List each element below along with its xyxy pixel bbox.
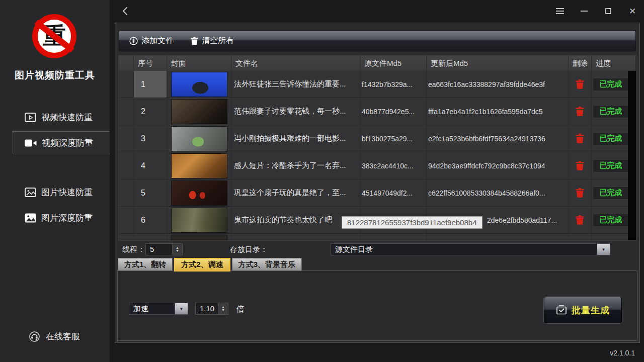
- sidebar-item-label: 视频深度防重: [42, 137, 93, 149]
- row-index-cell: 2: [134, 98, 167, 125]
- table-body: 1法外狂徒张三告诉你懂法的重要...f1432b7b329a...ea663fc…: [119, 71, 636, 241]
- delete-cell: [569, 234, 592, 241]
- online-support-link[interactable]: 在线客服: [0, 329, 110, 344]
- video-thumbnail: [171, 99, 227, 124]
- window-close-button[interactable]: ✕: [627, 6, 638, 16]
- sidebar-item-video-fast[interactable]: 视频快速防重: [0, 106, 110, 129]
- row-spacer-cell: [119, 125, 134, 152]
- speed-mode-dropdown[interactable]: 加速 ▼: [129, 303, 188, 315]
- row-spacer-cell: [119, 207, 134, 233]
- delete-cell: [569, 207, 592, 233]
- filename-cell: 法外狂徒张三告诉你懂法的重要...: [231, 71, 360, 98]
- row-spacer-cell: [119, 152, 134, 179]
- column-header-index: 序号: [134, 56, 167, 71]
- delete-row-button[interactable]: [576, 161, 584, 170]
- batch-generate-button[interactable]: 批量生成: [544, 297, 622, 323]
- sidebar-item-label: 图片快速防重: [41, 187, 93, 198]
- delete-row-button[interactable]: [576, 79, 584, 89]
- speed-mode-value: 加速: [129, 303, 175, 314]
- delete-row-button[interactable]: [576, 215, 584, 225]
- video-thumbnail: [171, 208, 227, 233]
- window-minimize-button[interactable]: [579, 6, 590, 16]
- tab-method-2-speed[interactable]: 方式2、调速: [174, 258, 230, 272]
- spinner-arrows[interactable]: ▲ ▼: [172, 244, 182, 255]
- column-header-delete: 删除: [569, 56, 592, 71]
- column-header-spacer: [119, 56, 134, 71]
- output-dir-value: 源文件目录: [331, 244, 597, 255]
- status-badge: 已完成: [593, 105, 629, 118]
- filename-cell: 巩皇这个扇子玩的真是绝了，至...: [231, 179, 360, 206]
- spinner-down-icon[interactable]: ▼: [221, 309, 225, 312]
- md5-original-cell: [360, 234, 427, 241]
- sidebar-item-image-deep[interactable]: 图片深度防重: [0, 206, 110, 229]
- headset-icon: [29, 331, 40, 342]
- trash-icon: [191, 37, 198, 45]
- inbox-check-icon: [556, 305, 567, 315]
- clear-all-button[interactable]: 清空所有: [188, 31, 237, 51]
- table-row: 1法外狂徒张三告诉你懂法的重要...f1432b7b329a...ea663fc…: [119, 71, 636, 98]
- delete-cell: [569, 152, 592, 179]
- table-scrollbar[interactable]: [628, 71, 636, 240]
- plus-circle-icon: [129, 37, 138, 45]
- md5-updated-cell: ea663fc16ac33388297af39fdde46e3f: [427, 71, 569, 98]
- column-header-cover: 封面: [167, 56, 231, 71]
- method-tabs: 方式1、翻转 方式2、调速 方式3、背景音乐: [118, 258, 302, 272]
- tab-method-1-flip[interactable]: 方式1、翻转: [118, 258, 173, 271]
- cover-cell: [167, 152, 231, 179]
- output-dir-dropdown[interactable]: 源文件目录 ▼: [331, 243, 610, 255]
- delete-cell: [569, 179, 592, 206]
- delete-row-button[interactable]: [576, 107, 584, 116]
- maximize-icon: [605, 8, 611, 14]
- video-thumbnail: [171, 126, 227, 151]
- row-index-cell: 5: [134, 179, 167, 206]
- trash-icon: [576, 79, 584, 89]
- md5-original-cell: 40b877d942e5...: [360, 98, 427, 125]
- dropdown-arrow-icon[interactable]: ▼: [597, 244, 610, 255]
- clear-all-label: 清空所有: [202, 36, 234, 46]
- filename-cell: 冯小刚拍摄极其艰难的一部电影...: [231, 125, 360, 152]
- thread-count-spinner[interactable]: 5 ▲ ▼: [145, 243, 183, 255]
- video-camera-icon: [25, 139, 37, 147]
- tab-method-3-bgm[interactable]: 方式3、背景音乐: [232, 258, 302, 271]
- table-row: 3冯小刚拍摄极其艰难的一部电影...bf13b0275a29...e2fc1a5…: [119, 125, 636, 152]
- batch-generate-label: 批量生成: [572, 304, 610, 316]
- md5-updated-cell: fffa1a7eb4a1f2c1b1626fa595da7dc5: [427, 98, 569, 125]
- file-toolbar: 添加文件 清空所有: [119, 30, 636, 51]
- status-badge: 已完成: [593, 78, 629, 91]
- video-thumbnail: [171, 180, 227, 206]
- dropdown-arrow-icon[interactable]: ▼: [175, 303, 188, 314]
- delete-cell: [569, 71, 592, 98]
- minimize-icon: [581, 11, 588, 12]
- spinner-down-icon[interactable]: ▼: [176, 249, 179, 252]
- trash-icon: [576, 188, 584, 198]
- output-dir-label: 存放目录：: [230, 243, 268, 256]
- row-spacer-cell: [119, 71, 134, 98]
- cover-cell: [167, 207, 231, 233]
- column-header-md5-new: 更新后Md5: [427, 56, 569, 71]
- md5-original-cell: bf13b0275a29...: [360, 125, 427, 152]
- table-row: 2范伟跟妻子讨要零花钱，每一秒...40b877d942e5...fffa1a7…: [119, 98, 636, 125]
- image-filled-icon: [24, 213, 36, 223]
- delete-cell: [569, 125, 592, 152]
- sidebar-item-video-deep[interactable]: 视频深度防重: [13, 131, 110, 154]
- delete-row-button[interactable]: [576, 134, 584, 143]
- trash-icon: [576, 134, 584, 143]
- column-header-progress: 进度: [592, 56, 636, 71]
- add-files-button[interactable]: 添加文件: [126, 31, 177, 51]
- trash-icon: [576, 107, 584, 116]
- speed-multiplier-spinner[interactable]: 1.10 ▲ ▼: [195, 303, 228, 315]
- md5-updated-cell: e2fc1a523b6bfb6fdf75634a24913736: [427, 125, 569, 152]
- support-label: 在线客服: [46, 331, 80, 342]
- spinner-arrows[interactable]: ▲ ▼: [218, 303, 228, 314]
- row-index-cell: 6: [134, 207, 167, 233]
- thread-label: 线程：: [122, 243, 145, 256]
- row-index-cell: 4: [134, 152, 167, 179]
- sidebar-item-image-fast[interactable]: 图片快速防重: [0, 180, 110, 204]
- delete-row-button[interactable]: [576, 188, 584, 198]
- window-maximize-button[interactable]: [603, 6, 614, 16]
- window-menu-button[interactable]: [554, 6, 566, 16]
- md5-tooltip: 812287812655937f3bd911aef9eb08b4: [342, 216, 482, 229]
- md5-original-cell: 383c2ac4410c...: [360, 152, 427, 179]
- back-button[interactable]: [120, 6, 131, 17]
- image-outline-icon: [24, 188, 36, 197]
